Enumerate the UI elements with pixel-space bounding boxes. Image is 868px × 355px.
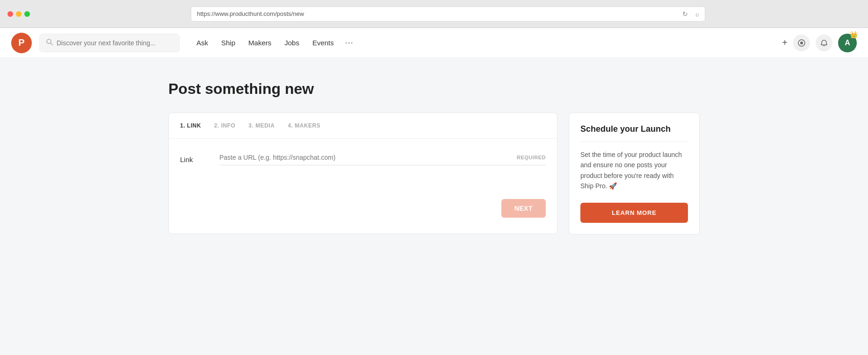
side-card-body: Set the time of your product launch and … <box>580 149 688 192</box>
nav-links: Ask Ship Makers Jobs Events ··· <box>191 34 357 51</box>
svg-point-3 <box>800 42 803 44</box>
link-input-row: REQUIRED <box>219 154 546 165</box>
browser-search-icon[interactable]: ⌕ <box>695 10 699 18</box>
required-badge: REQUIRED <box>517 155 546 160</box>
nav-right: + A 👑 <box>782 34 857 52</box>
side-card: Schedule your Launch Set the time of you… <box>569 113 700 234</box>
search-icon <box>46 39 53 47</box>
step-media[interactable]: 3. MEDIA <box>248 122 275 129</box>
link-field: Link REQUIRED <box>180 154 546 165</box>
crown-icon: 👑 <box>850 31 858 38</box>
step-link[interactable]: 1. LINK <box>180 122 201 129</box>
page-content: Post something new 1. LINK 2. INFO 3. ME… <box>153 58 715 257</box>
more-dots[interactable]: ··· <box>341 34 357 51</box>
add-icon[interactable]: + <box>782 37 788 48</box>
browser-chrome: https://www.producthunt.com/posts/new ↻ … <box>0 0 868 28</box>
reload-icon[interactable]: ↻ <box>682 10 688 18</box>
search-input[interactable] <box>57 39 173 47</box>
main-grid: 1. LINK 2. INFO 3. MEDIA 4. MAKERS Link … <box>168 113 700 234</box>
form-steps: 1. LINK 2. INFO 3. MEDIA 4. MAKERS <box>169 113 557 139</box>
logo-letter: P <box>18 37 24 48</box>
page-title: Post something new <box>168 80 700 98</box>
logo[interactable]: P <box>11 33 32 53</box>
step-makers[interactable]: 4. MAKERS <box>288 122 320 129</box>
link-input[interactable] <box>219 154 513 161</box>
search-bar[interactable] <box>39 34 180 52</box>
avatar[interactable]: A 👑 <box>838 34 857 52</box>
form-card: 1. LINK 2. INFO 3. MEDIA 4. MAKERS Link … <box>168 113 557 234</box>
address-bar[interactable]: https://www.producthunt.com/posts/new ↻ … <box>191 7 705 21</box>
close-dot[interactable] <box>7 11 13 17</box>
browser-traffic-lights <box>7 11 30 17</box>
activity-button[interactable] <box>793 35 810 51</box>
minimize-dot[interactable] <box>16 11 22 17</box>
nav-link-makers[interactable]: Makers <box>243 35 277 50</box>
nav-link-jobs[interactable]: Jobs <box>279 35 305 50</box>
url-text: https://www.producthunt.com/posts/new <box>197 10 304 17</box>
nav-link-events[interactable]: Events <box>307 35 340 50</box>
side-card-title: Schedule your Launch <box>580 124 688 142</box>
learn-more-button[interactable]: LEARN MORE <box>580 203 688 223</box>
maximize-dot[interactable] <box>24 11 30 17</box>
form-body: Link REQUIRED <box>169 139 557 192</box>
step-info[interactable]: 2. INFO <box>214 122 236 129</box>
nav-link-ship[interactable]: Ship <box>216 35 241 50</box>
notifications-button[interactable] <box>816 35 832 51</box>
link-label: Link <box>180 154 208 163</box>
form-footer: NEXT <box>169 192 557 229</box>
next-button[interactable]: NEXT <box>501 199 546 218</box>
nav-link-ask[interactable]: Ask <box>191 35 214 50</box>
link-input-wrap: REQUIRED <box>219 154 546 165</box>
navbar: P Ask Ship Makers Jobs Events ··· + <box>0 28 868 58</box>
avatar-letter: A <box>845 39 850 47</box>
svg-line-1 <box>51 43 52 45</box>
